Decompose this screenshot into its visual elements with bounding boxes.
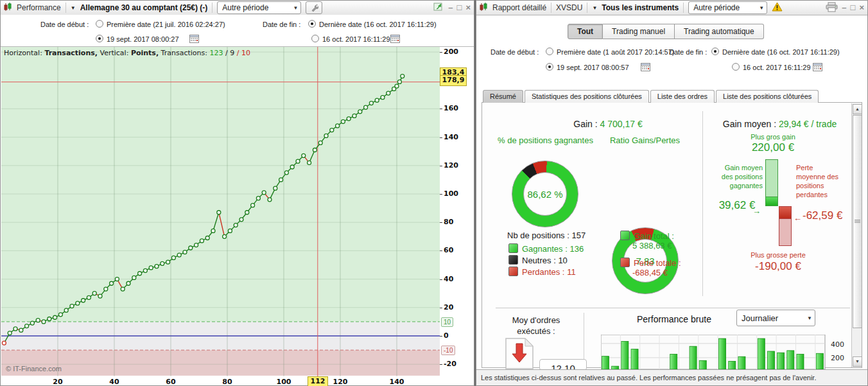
y-axis-tick bbox=[440, 166, 442, 166]
instrument-caret-icon[interactable]: ▼ bbox=[592, 5, 597, 11]
window-title: Performance bbox=[17, 3, 61, 12]
period-dropdown[interactable]: Autre période ▼ bbox=[688, 1, 767, 14]
plus-gros-gain-label: Plus gros gain bbox=[728, 133, 818, 141]
donut2-title: Ratio Gains/Pertes bbox=[595, 135, 695, 146]
custom-start-date-radio[interactable] bbox=[546, 63, 553, 71]
settings-wrench-button[interactable] bbox=[306, 1, 322, 14]
y-axis-tick bbox=[440, 364, 442, 365]
first-date-option[interactable]: Première date (21 juil. 2016 02:24:27) bbox=[107, 21, 225, 28]
separator bbox=[212, 3, 213, 13]
vertical-scrollbar[interactable]: ▲ ▼ bbox=[851, 103, 862, 367]
minimize-button[interactable]: – bbox=[448, 4, 453, 12]
report-titlebar: Rapport détaillé XVSDU ▼ Tous les instru… bbox=[476, 1, 867, 15]
tab-statistiques[interactable]: Statistiques des positions clôturées bbox=[525, 90, 649, 103]
scroll-down-button[interactable]: ▼ bbox=[853, 356, 862, 367]
x-axis-label: 80 bbox=[218, 378, 237, 386]
green-swatch-icon bbox=[508, 243, 518, 253]
performance-brute-chart bbox=[601, 335, 826, 369]
custom-start-date[interactable]: 19 sept. 2017 08:00:57 bbox=[557, 64, 629, 71]
date-filter-bar: Date de début : Première date (1 août 20… bbox=[476, 43, 867, 77]
calendar-icon[interactable] bbox=[813, 62, 822, 71]
close-button[interactable]: × bbox=[465, 4, 471, 12]
y-axis-tick bbox=[440, 279, 442, 280]
custom-end-date[interactable]: 16 oct. 2017 16:11:29 bbox=[743, 64, 811, 71]
custom-start-date-radio[interactable] bbox=[96, 35, 103, 42]
plus-grosse-perte-label: Plus grosse perte bbox=[733, 251, 823, 259]
separator bbox=[551, 3, 551, 13]
legend-perdantes: Perdantes : 11 bbox=[508, 267, 576, 277]
green-swatch-icon bbox=[620, 231, 630, 240]
maximize-button[interactable]: □ bbox=[851, 4, 856, 12]
instrument-selector[interactable]: Tous les instruments bbox=[602, 3, 679, 12]
mode-trading-automatique-button[interactable]: Trading automatique bbox=[675, 24, 764, 39]
instrument-caret-icon[interactable]: ▼ bbox=[71, 5, 76, 11]
tab-liste-positions[interactable]: Liste des positions clôturées bbox=[716, 90, 819, 103]
minimize-button[interactable]: – bbox=[842, 4, 846, 12]
mini-axis-200: 200 bbox=[831, 354, 844, 362]
mode-trading-manuel-button[interactable]: Trading manuel bbox=[603, 24, 675, 39]
x-axis-label: 60 bbox=[161, 378, 180, 386]
calendar-icon[interactable] bbox=[189, 34, 199, 43]
y-axis-tick bbox=[440, 109, 442, 109]
transactions-neutral: 9 bbox=[230, 49, 234, 57]
tab-liste-ordres[interactable]: Liste des ordres bbox=[650, 90, 715, 103]
y-axis-label: 20 bbox=[444, 303, 469, 311]
first-date-option[interactable]: Première date (1 août 2017 20:14:57) bbox=[557, 48, 674, 56]
equity-curve-plot[interactable] bbox=[1, 47, 440, 376]
calendar-icon[interactable] bbox=[390, 34, 400, 43]
red-swatch-icon bbox=[620, 258, 630, 267]
perte-moyenne-value: -62,59 € bbox=[803, 209, 847, 222]
close-button[interactable]: × bbox=[859, 4, 864, 12]
perf-brute-label: Performance brute bbox=[637, 314, 711, 324]
transactions-won: 123 bbox=[209, 49, 223, 57]
periodicite-dropdown[interactable]: Journalier ▼ bbox=[736, 310, 815, 326]
last-date-option[interactable]: Dernière date (16 oct. 2017 16:11:29) bbox=[319, 21, 437, 28]
scrollbar-thumb[interactable] bbox=[853, 115, 862, 328]
wrench-icon bbox=[312, 4, 318, 12]
chart-meta-label: Horizontal: Transactions, Vertical: Poin… bbox=[4, 49, 250, 57]
x-axis-label: 140 bbox=[387, 378, 406, 386]
plus-gros-gain-value: 220,00 € bbox=[728, 141, 818, 154]
custom-start-date[interactable]: 19 sept. 2017 08:00:27 bbox=[107, 35, 179, 43]
instrument-selector[interactable]: Allemagne 30 au comptant (25€) (-) bbox=[80, 3, 208, 12]
warning-icon[interactable] bbox=[772, 2, 783, 13]
date-start-label: Date de début : bbox=[490, 48, 539, 56]
mode-tout-button[interactable]: Tout bbox=[568, 24, 603, 39]
scroll-up-button[interactable]: ▲ bbox=[853, 104, 862, 114]
perte-totale-value: -688,45 € bbox=[632, 268, 681, 277]
calendar-icon[interactable] bbox=[641, 62, 650, 71]
last-date-option[interactable]: Dernière date (16 oct. 2017 16:11:29) bbox=[722, 48, 840, 56]
mini-axis-400: 400 bbox=[831, 340, 844, 349]
gain-moyen-line: Gain moyen : 29,94 € / trade bbox=[711, 119, 849, 129]
stop-gain-level-label: 10 bbox=[441, 317, 453, 327]
date-filter-bar: Date de début : Première date (21 juil. … bbox=[1, 15, 474, 47]
separator bbox=[587, 3, 587, 13]
y-axis-label: 0 bbox=[444, 331, 469, 340]
x-axis-label: 100 bbox=[274, 378, 293, 386]
maximize-button[interactable]: □ bbox=[457, 4, 462, 12]
y-axis-tick bbox=[440, 222, 442, 223]
custom-end-date-radio[interactable] bbox=[732, 63, 740, 71]
separator bbox=[65, 3, 66, 13]
custom-end-date-radio[interactable] bbox=[311, 35, 319, 42]
legend-gain-total: Gain total : 5 388,63 € bbox=[620, 231, 674, 250]
performance-titlebar: Performance ▼ Allemagne 30 au comptant (… bbox=[1, 1, 474, 15]
print-icon[interactable] bbox=[826, 2, 838, 14]
report-window: Rapport détaillé XVSDU ▼ Tous les instru… bbox=[476, 0, 868, 386]
y-axis-tick bbox=[440, 250, 442, 251]
last-date-radio[interactable] bbox=[308, 20, 316, 28]
custom-end-date[interactable]: 16 oct. 2017 16:11:29 bbox=[322, 35, 390, 43]
first-date-radio[interactable] bbox=[96, 20, 103, 28]
y-axis-label: 100 bbox=[444, 189, 469, 198]
y-axis-tick bbox=[440, 308, 442, 308]
candles-icon bbox=[480, 3, 488, 13]
y-axis-label: 140 bbox=[444, 133, 469, 141]
last-date-radio[interactable] bbox=[711, 48, 719, 55]
date-end-label: Date de fin : bbox=[669, 48, 707, 56]
period-dropdown[interactable]: Autre période ▼ bbox=[217, 1, 301, 14]
tab-resume[interactable]: Résumé bbox=[483, 90, 523, 103]
export-chart-icon[interactable] bbox=[433, 2, 444, 13]
gain-line: Gain : 4 700,17 € bbox=[515, 119, 701, 129]
y-axis-tick bbox=[440, 137, 442, 138]
first-date-radio[interactable] bbox=[546, 48, 553, 55]
